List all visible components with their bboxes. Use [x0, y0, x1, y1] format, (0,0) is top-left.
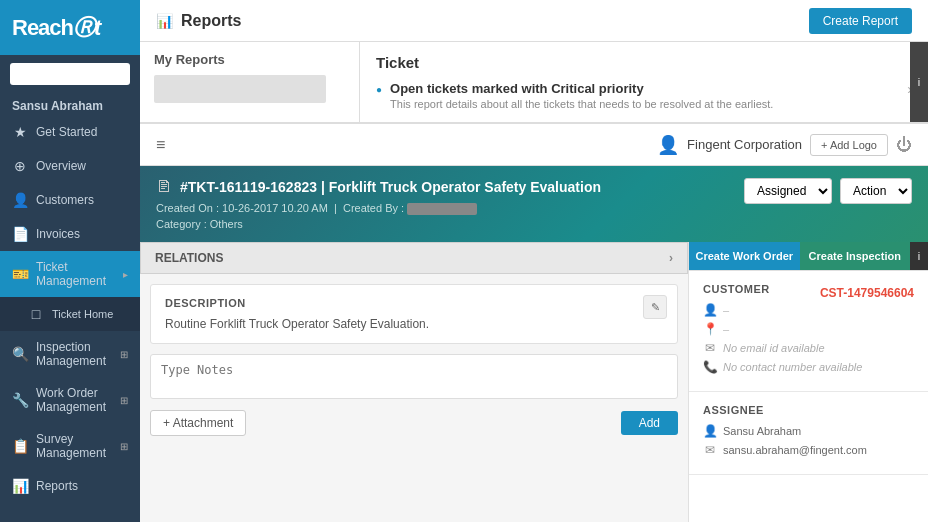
star-icon: ★	[12, 124, 28, 140]
phone-icon: 📞	[703, 360, 717, 374]
sidebar-item-label: Survey Management	[36, 432, 112, 460]
sidebar-item-customers[interactable]: 👤 Customers	[0, 183, 140, 217]
description-text: Routine Forklift Truck Operator Safety E…	[165, 317, 663, 331]
right-panel: Create Work Order Create Inspection i CU…	[688, 242, 928, 522]
sidebar-search-input[interactable]	[10, 63, 130, 85]
report-item[interactable]: ● Open tickets marked with Critical prio…	[376, 81, 912, 110]
customers-icon: 👤	[12, 192, 28, 208]
reports-panel: My Reports Ticket ● Open tickets marked …	[140, 42, 928, 123]
assignee-name: Sansu Abraham	[723, 425, 801, 437]
ticket-header-right: Assigned Action	[744, 178, 912, 204]
status-select[interactable]: Assigned	[744, 178, 832, 204]
ticket-header-left: 🖹 #TKT-161119-162823 | Forklift Truck Op…	[156, 178, 601, 230]
power-icon[interactable]: ⏻	[896, 136, 912, 154]
sidebar-item-reports[interactable]: 📊 Reports	[0, 469, 140, 503]
category-value: Others	[210, 218, 243, 230]
sidebar-item-work-order-management[interactable]: 🔧 Work Order Management ⊞	[0, 377, 140, 423]
category-label: Category :	[156, 218, 207, 230]
add-note-button[interactable]: Add	[621, 411, 678, 435]
reports-list-placeholder	[154, 75, 326, 103]
logo-out: Ⓡt	[73, 15, 100, 40]
ticket-home-icon: □	[28, 306, 44, 322]
edit-description-button[interactable]: ✎	[643, 295, 667, 319]
topbar-left: 📊 Reports	[156, 12, 241, 30]
sidebar-item-inspection-management[interactable]: 🔍 Inspection Management ⊞	[0, 331, 140, 377]
customer-location-row: 📍 –	[703, 322, 914, 336]
secondary-topbar: ≡ 👤 Fingent Corporation + Add Logo ⏻	[140, 124, 928, 166]
add-logo-button[interactable]: + Add Logo	[810, 134, 888, 156]
action-select[interactable]: Action	[840, 178, 912, 204]
body-row: RELATIONS › DESCRIPTION Routine Forklift…	[140, 242, 928, 522]
my-reports-panel: My Reports	[140, 42, 360, 122]
sidebar-item-ticket-management[interactable]: 🎫 Ticket Management ▸	[0, 251, 140, 297]
sidebar-item-invoices[interactable]: 📄 Invoices	[0, 217, 140, 251]
create-work-order-button[interactable]: Create Work Order	[689, 242, 800, 270]
assignee-email-icon: ✉	[703, 443, 717, 457]
expand-icon: ⊞	[120, 395, 128, 406]
person-icon: 👤	[703, 303, 717, 317]
topbar2-right: 👤 Fingent Corporation + Add Logo ⏻	[657, 134, 912, 156]
sidebar-item-label: Invoices	[36, 227, 80, 241]
attachment-button[interactable]: + Attachment	[150, 410, 246, 436]
company-name: Fingent Corporation	[687, 137, 802, 152]
reports-topbar-title: Reports	[181, 12, 241, 30]
topbar2-left: ≡	[156, 136, 165, 154]
info-side-button[interactable]: i	[910, 42, 928, 122]
assignee-name-row: 👤 Sansu Abraham	[703, 424, 914, 438]
expand-icon: ⊞	[120, 441, 128, 452]
sidebar-item-ticket-home[interactable]: □ Ticket Home	[0, 297, 140, 331]
sidebar-item-label: Customers	[36, 193, 94, 207]
customer-id: CST-1479546604	[820, 286, 914, 300]
sidebar: ReachⓇt Sansu Abraham ★ Get Started ⊕ Ov…	[0, 0, 140, 522]
customer-name-row: 👤 –	[703, 303, 914, 317]
assignee-section: ASSIGNEE 👤 Sansu Abraham ✉ sansu.abraham…	[689, 392, 928, 475]
report-item-title: Open tickets marked with Critical priori…	[390, 81, 773, 96]
sidebar-item-label: Get Started	[36, 125, 97, 139]
customer-phone-row: 📞 No contact number available	[703, 360, 914, 374]
report-category-panel: Ticket ● Open tickets marked with Critic…	[360, 42, 928, 122]
assignee-person-icon: 👤	[703, 424, 717, 438]
assignee-email: sansu.abraham@fingent.com	[723, 444, 867, 456]
notes-input[interactable]	[150, 354, 678, 399]
report-item-content: Open tickets marked with Critical priori…	[390, 81, 773, 110]
customer-section-label: CUSTOMER	[703, 283, 770, 295]
created-on-label: Created On :	[156, 202, 219, 214]
sidebar-item-label: Work Order Management	[36, 386, 112, 414]
relations-label: RELATIONS	[155, 251, 223, 265]
info-button[interactable]: i	[910, 242, 928, 270]
notes-actions: + Attachment Add	[150, 410, 678, 436]
sidebar-item-get-started[interactable]: ★ Get Started	[0, 115, 140, 149]
no-contact-text: No contact number available	[723, 361, 862, 373]
email-icon: ✉	[703, 341, 717, 355]
reports-bar: 📊 Reports Create Report My Reports Ticke…	[140, 0, 928, 124]
right-panel-actions: Create Work Order Create Inspection i	[689, 242, 928, 271]
work-order-icon: 🔧	[12, 392, 28, 408]
chevron-right-icon: ›	[669, 251, 673, 265]
customer-email-row: ✉ No email id available	[703, 341, 914, 355]
sidebar-item-overview[interactable]: ⊕ Overview	[0, 149, 140, 183]
user-name-label: Sansu Abraham	[0, 93, 140, 115]
topbar-right: Create Report	[809, 8, 912, 34]
hamburger-icon[interactable]: ≡	[156, 136, 165, 154]
assignee-email-row: ✉ sansu.abraham@fingent.com	[703, 443, 914, 457]
sidebar-item-survey-management[interactable]: 📋 Survey Management ⊞	[0, 423, 140, 469]
ticket-full-title: #TKT-161119-162823 | Forklift Truck Oper…	[180, 179, 601, 195]
reports-bar-icon: 📊	[156, 13, 173, 29]
sidebar-item-label: Ticket Home	[52, 308, 113, 320]
report-item-desc: This report details about all the ticket…	[390, 98, 773, 110]
create-report-button[interactable]: Create Report	[809, 8, 912, 34]
no-email-text: No email id available	[723, 342, 825, 354]
survey-icon: 📋	[12, 438, 28, 454]
inspection-icon: 🔍	[12, 346, 28, 362]
user-avatar-icon: 👤	[657, 134, 679, 156]
description-label: DESCRIPTION	[165, 297, 663, 309]
main-content: 📊 Reports Create Report My Reports Ticke…	[140, 0, 928, 522]
ticket-icon: 🎫	[12, 266, 28, 282]
relations-bar[interactable]: RELATIONS ›	[140, 242, 688, 274]
customer-location: –	[723, 323, 729, 335]
sidebar-logo: ReachⓇt	[0, 0, 140, 55]
create-inspection-button[interactable]: Create Inspection	[800, 242, 911, 270]
ticket-submenu: □ Ticket Home	[0, 297, 140, 331]
location-icon: 📍	[703, 322, 717, 336]
customer-header: CUSTOMER CST-1479546604	[703, 283, 914, 303]
